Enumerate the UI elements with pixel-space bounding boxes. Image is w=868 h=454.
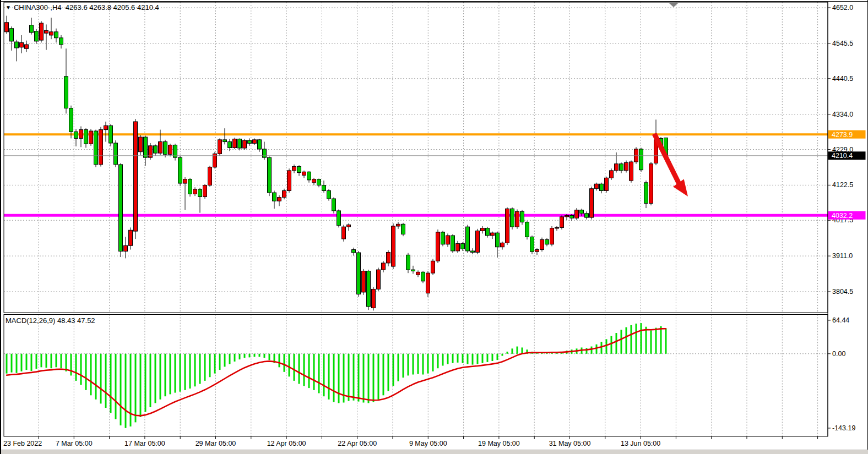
candle-down xyxy=(94,131,98,165)
candle-down xyxy=(35,31,39,41)
candle-up xyxy=(45,30,48,33)
candle-up xyxy=(426,273,430,293)
candle-down xyxy=(238,139,242,148)
time-axis-label: 22 Apr 05:00 xyxy=(338,440,377,447)
chart-window: 4652.04545.54440.54334.04229.04122.54017… xyxy=(0,0,868,454)
time-axis-label: 29 Mar 05:00 xyxy=(196,440,236,447)
last-bar-marker-icon xyxy=(669,3,679,7)
candle-down xyxy=(74,132,78,138)
candle-down xyxy=(154,146,158,153)
symbol-dropdown-icon[interactable]: ▼ xyxy=(6,4,11,10)
candle-down xyxy=(30,25,34,32)
candle-up xyxy=(139,137,143,152)
candle-down xyxy=(580,210,584,214)
time-axis-label: 17 Mar 05:00 xyxy=(124,440,165,447)
candle-up xyxy=(278,198,281,201)
candle-up xyxy=(99,130,103,165)
candle-down xyxy=(15,42,19,48)
candle-down xyxy=(114,143,118,165)
candle-up xyxy=(89,131,93,144)
chart-ohlc-values: 4263.6 4263.8 4205.6 4210.4 xyxy=(66,3,159,12)
candle-up xyxy=(193,189,197,194)
candle-up xyxy=(481,228,485,231)
candle-down xyxy=(525,222,529,237)
macd-axis-label: 64.44 xyxy=(832,316,849,324)
candle-down xyxy=(620,164,623,171)
price-axis-label: 3911.0 xyxy=(832,252,853,260)
candle-up xyxy=(218,140,222,154)
candle-down xyxy=(461,244,465,249)
time-axis-label: 7 Mar 05:00 xyxy=(56,440,93,447)
price-axis-label: 4545.5 xyxy=(832,40,853,47)
candle-down xyxy=(188,179,192,194)
price-axis-label: 4334.0 xyxy=(832,111,853,118)
candle-down xyxy=(109,125,113,143)
candle-up xyxy=(312,179,316,183)
chart-title: ▼CHINA300-,H4 4263.6 4263.8 4205.6 4210.… xyxy=(6,3,159,12)
candle-down xyxy=(496,233,500,247)
support-line-badge-value: 4032.2 xyxy=(832,212,853,220)
candle-up xyxy=(416,272,420,275)
candle-down xyxy=(84,130,88,144)
candle-down xyxy=(471,251,475,252)
candle-down xyxy=(322,185,326,191)
candle-up xyxy=(555,227,559,228)
status-strip xyxy=(1,450,868,454)
candle-up xyxy=(431,261,435,273)
candle-up xyxy=(124,245,128,251)
candle-up xyxy=(159,142,162,154)
candle-up xyxy=(183,179,187,183)
candle-down xyxy=(297,167,301,173)
candle-down xyxy=(357,253,361,294)
candle-down xyxy=(451,236,455,251)
macd-panel-border xyxy=(4,315,828,437)
candle-down xyxy=(352,250,356,253)
candle-down xyxy=(600,184,604,190)
candle-down xyxy=(273,193,276,201)
current-price-line-badge-value: 4210.4 xyxy=(832,152,853,160)
time-axis-label: 9 May 05:00 xyxy=(409,440,447,447)
candle-up xyxy=(203,185,207,197)
candle-down xyxy=(198,189,202,196)
candle-down xyxy=(639,149,643,170)
candle-up xyxy=(104,125,108,129)
price-panel-border xyxy=(4,2,828,313)
candle-up xyxy=(610,171,614,178)
candle-down xyxy=(511,209,514,227)
candle-down xyxy=(421,272,425,281)
candle-up xyxy=(540,239,544,249)
candle-down xyxy=(644,183,648,204)
candle-up xyxy=(516,211,519,227)
candle-down xyxy=(530,237,534,251)
candle-down xyxy=(367,271,371,307)
candle-down xyxy=(545,239,549,244)
candle-up xyxy=(134,122,138,231)
candle-up xyxy=(233,139,237,148)
candle-down xyxy=(332,199,336,211)
candle-up xyxy=(372,289,376,308)
candle-down xyxy=(223,140,227,142)
time-axis-label: 13 Jun 05:00 xyxy=(621,440,660,447)
candle-up xyxy=(253,140,257,144)
candle-up xyxy=(436,232,440,261)
time-axis-label: 23 Feb 2022 xyxy=(3,440,42,447)
indicator-label: MACD(12,26,9) 48.43 47.52 xyxy=(6,316,95,325)
candle-up xyxy=(397,224,400,226)
candle-up xyxy=(456,244,460,251)
time-axis-label: 31 May 05:00 xyxy=(549,440,591,447)
trend-arrow-head[interactable] xyxy=(673,179,688,196)
price-axis-label: 3804.5 xyxy=(832,288,853,296)
candle-down xyxy=(164,142,167,155)
candle-down xyxy=(69,108,73,132)
candle-up xyxy=(25,45,29,48)
candle-down xyxy=(337,211,341,226)
candle-up xyxy=(565,215,569,216)
candle-down xyxy=(10,29,14,41)
candle-down xyxy=(258,140,262,149)
candle-down xyxy=(178,157,182,183)
price-axis-label: 4440.5 xyxy=(832,75,853,83)
candle-up xyxy=(605,178,609,190)
candle-down xyxy=(268,157,272,193)
candle-up xyxy=(491,233,495,236)
chart-canvas[interactable]: 4652.04545.54440.54334.04229.04122.54017… xyxy=(1,0,868,454)
